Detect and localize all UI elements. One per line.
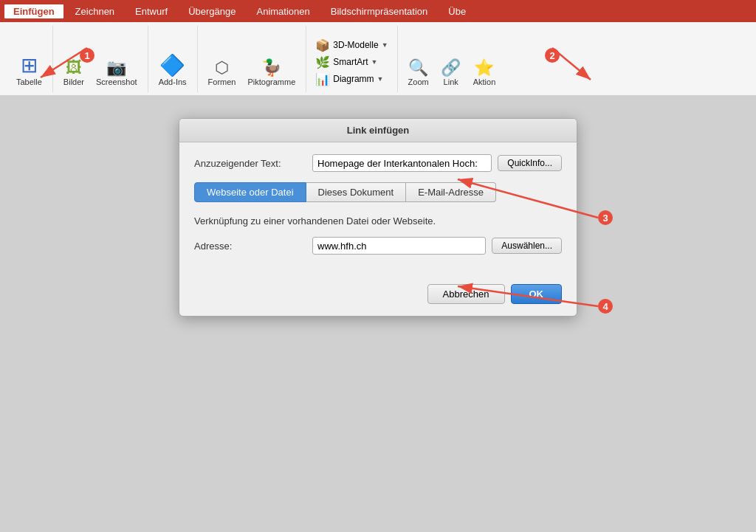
zoom-icon: 🔍 <box>408 60 428 76</box>
diagramm-label: Diagramm <box>333 74 374 84</box>
smartart-dropdown[interactable]: ▼ <box>371 58 378 66</box>
ribbon-group-formen: ⬡ Formen 🦆 Piktogramme <box>198 26 307 92</box>
dialog-overlay: Link einfügen Anzuzeigender Text: QuickI… <box>0 96 756 532</box>
pictogram-icon: 🦆 <box>261 60 281 76</box>
screenshot-label: Screenshot <box>96 77 137 86</box>
modelle3d-label: 3D-Modelle <box>333 40 378 50</box>
screenshot-icon: 📷 <box>106 60 126 76</box>
ribbon-group-addins: 🔷 Add-Ins <box>148 26 198 92</box>
addins-button[interactable]: 🔷 Add-Ins <box>154 52 191 89</box>
dialog-tabs: Webseite oder Datei Dieses Dokument E-Ma… <box>194 182 562 202</box>
ribbon-group-media: 📦 3D-Modelle ▼ 🌿 SmartArt ▼ 📊 Diagramm ▼ <box>306 26 397 92</box>
formen-button[interactable]: ⬡ Formen <box>204 57 241 89</box>
screenshot-button[interactable]: 📷 Screenshot <box>92 57 142 89</box>
tab-zeichnen[interactable]: Zeichnen <box>65 3 125 20</box>
ok-button[interactable]: OK <box>511 284 563 304</box>
piktogramme-button[interactable]: 🦆 Piktogramme <box>243 57 300 89</box>
zoom-label: Zoom <box>408 77 429 86</box>
smartart-label: SmartArt <box>333 57 368 67</box>
ribbon-tabs: Einfügen Zeichnen Entwurf Übergänge Anim… <box>0 0 756 22</box>
dialog-body: Anzuzeigender Text: QuickInfo... Webseit… <box>179 142 577 277</box>
display-text-row: Anzuzeigender Text: QuickInfo... <box>194 154 562 172</box>
dialog-title: Link einfügen <box>179 119 577 142</box>
table-icon: ⊞ <box>21 55 38 76</box>
select-button[interactable]: Auswählen... <box>492 238 562 254</box>
tab-uebergaenge[interactable]: Übergänge <box>178 3 246 20</box>
display-text-label: Anzuzeigender Text: <box>194 158 312 169</box>
address-row: Adresse: Auswählen... <box>194 237 562 255</box>
display-text-input[interactable] <box>312 154 492 172</box>
aktion-label: Aktion <box>473 77 496 86</box>
ribbon-group-bilder: 🖼 Bilder 📷 Screenshot <box>53 26 148 92</box>
screenshot-container: Einfügen Zeichnen Entwurf Übergänge Anim… <box>0 0 756 532</box>
tabelle-label: Tabelle <box>16 77 42 86</box>
address-label: Adresse: <box>194 241 312 252</box>
action-icon: ⭐ <box>474 60 494 76</box>
link-icon: 🔗 <box>441 60 461 76</box>
chart-icon: 📊 <box>315 72 330 86</box>
address-input[interactable] <box>312 237 486 255</box>
ribbon-items-tabelle: ⊞ Tabelle <box>12 52 47 89</box>
smartart-icon: 🌿 <box>315 55 330 69</box>
diagramm-dropdown[interactable]: ▼ <box>377 75 384 83</box>
tab-entwurf[interactable]: Entwurf <box>125 3 178 20</box>
3d-icon: 📦 <box>315 38 330 52</box>
link-label: Link <box>444 77 458 86</box>
cancel-button[interactable]: Abbrechen <box>427 284 505 304</box>
bilder-label: Bilder <box>63 77 84 86</box>
modelle3d-dropdown[interactable]: ▼ <box>382 41 388 49</box>
ribbon-content: ⊞ Tabelle 🖼 Bilder 📷 Screenshot <box>0 22 756 96</box>
tab-email[interactable]: E-Mail-Adresse <box>406 182 496 202</box>
dialog-footer: Abbrechen OK <box>179 277 577 316</box>
image-icon: 🖼 <box>66 60 82 76</box>
bilder-button[interactable]: 🖼 Bilder <box>59 57 89 89</box>
tab-animationen[interactable]: Animationen <box>247 3 320 20</box>
link-dialog: Link einfügen Anzuzeigender Text: QuickI… <box>179 118 577 317</box>
zoom-button[interactable]: 🔍 Zoom <box>404 57 433 89</box>
ribbon: Einfügen Zeichnen Entwurf Übergänge Anim… <box>0 0 756 96</box>
diagramm-button[interactable]: 📊 Diagramm ▼ <box>312 71 386 88</box>
formen-label: Formen <box>208 77 236 86</box>
piktogramme-label: Piktogramme <box>247 77 295 86</box>
tab-ube[interactable]: Übe <box>438 3 476 20</box>
ribbon-items-bilder: 🖼 Bilder 📷 Screenshot <box>59 57 142 89</box>
ribbon-items-zoom-link: 🔍 Zoom 🔗 Link ⭐ Aktion <box>404 57 501 89</box>
tab-bildschirm[interactable]: Bildschirmpräsentation <box>320 3 439 20</box>
aktion-button[interactable]: ⭐ Aktion <box>469 57 501 89</box>
link-button[interactable]: 🔗 Link <box>436 57 466 89</box>
tab-webseite[interactable]: Webseite oder Datei <box>194 182 306 202</box>
modelle3d-button[interactable]: 📦 3D-Modelle ▼ <box>312 37 391 54</box>
addins-icon: 🔷 <box>159 55 185 76</box>
quickinfo-button[interactable]: QuickInfo... <box>498 155 562 171</box>
tabelle-button[interactable]: ⊞ Tabelle <box>12 52 47 89</box>
tab-einfuegen[interactable]: Einfügen <box>3 3 65 20</box>
section-description: Verknüpfung zu einer vorhandenen Datei o… <box>194 213 562 229</box>
ribbon-items-addins: 🔷 Add-Ins <box>154 52 191 89</box>
ribbon-group-zoom-link: 🔍 Zoom 🔗 Link ⭐ Aktion <box>398 26 506 92</box>
addins-label: Add-Ins <box>159 77 187 86</box>
tab-dokument[interactable]: Dieses Dokument <box>306 182 407 202</box>
ribbon-items-formen: ⬡ Formen 🦆 Piktogramme <box>204 57 300 89</box>
shapes-icon: ⬡ <box>215 60 229 76</box>
ribbon-group-tabelle: ⊞ Tabelle <box>6 26 53 92</box>
smartart-button[interactable]: 🌿 SmartArt ▼ <box>312 54 380 71</box>
